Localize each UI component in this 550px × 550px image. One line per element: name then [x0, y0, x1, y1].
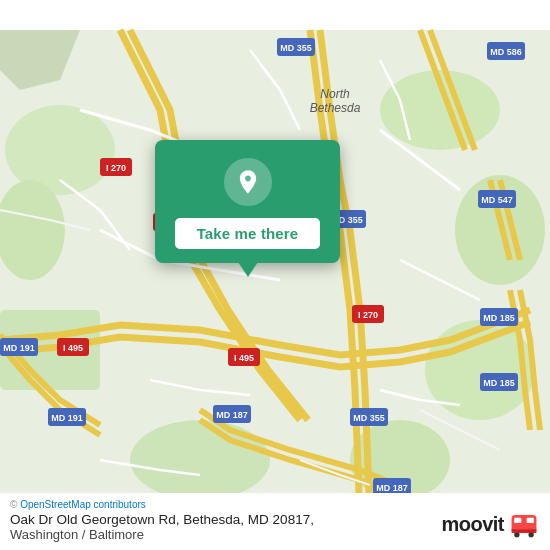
svg-text:MD 355: MD 355: [280, 43, 312, 53]
svg-text:MD 187: MD 187: [376, 483, 408, 493]
svg-text:MD 185: MD 185: [483, 378, 515, 388]
svg-text:MD 191: MD 191: [51, 413, 83, 423]
moovit-logo: moovit: [441, 508, 540, 540]
svg-text:I 270: I 270: [358, 310, 378, 320]
svg-text:MD 547: MD 547: [481, 195, 513, 205]
svg-rect-49: [512, 529, 537, 533]
svg-text:MD 355: MD 355: [353, 413, 385, 423]
location-icon-wrapper: [224, 158, 272, 206]
svg-text:Bethesda: Bethesda: [310, 101, 361, 115]
map-container: MD 355 MD 586 I 270 I 270 MD 355 MD 547 …: [0, 0, 550, 550]
svg-point-9: [130, 420, 270, 500]
svg-rect-46: [527, 518, 534, 523]
moovit-text: moovit: [441, 513, 504, 536]
moovit-icon: [508, 508, 540, 540]
svg-text:MD 586: MD 586: [490, 47, 522, 57]
svg-text:I 495: I 495: [63, 343, 83, 353]
svg-text:MD 187: MD 187: [216, 410, 248, 420]
location-pin-icon: [234, 168, 262, 196]
svg-text:I 495: I 495: [234, 353, 254, 363]
take-me-there-button[interactable]: Take me there: [175, 218, 321, 249]
osm-link[interactable]: OpenStreetMap contributors: [20, 499, 146, 510]
svg-text:I 270: I 270: [106, 163, 126, 173]
map-background: MD 355 MD 586 I 270 I 270 MD 355 MD 547 …: [0, 0, 550, 550]
svg-text:North: North: [320, 87, 350, 101]
svg-text:MD 191: MD 191: [3, 343, 35, 353]
svg-text:MD 185: MD 185: [483, 313, 515, 323]
svg-rect-45: [514, 518, 521, 523]
popup-card: Take me there: [155, 140, 340, 263]
